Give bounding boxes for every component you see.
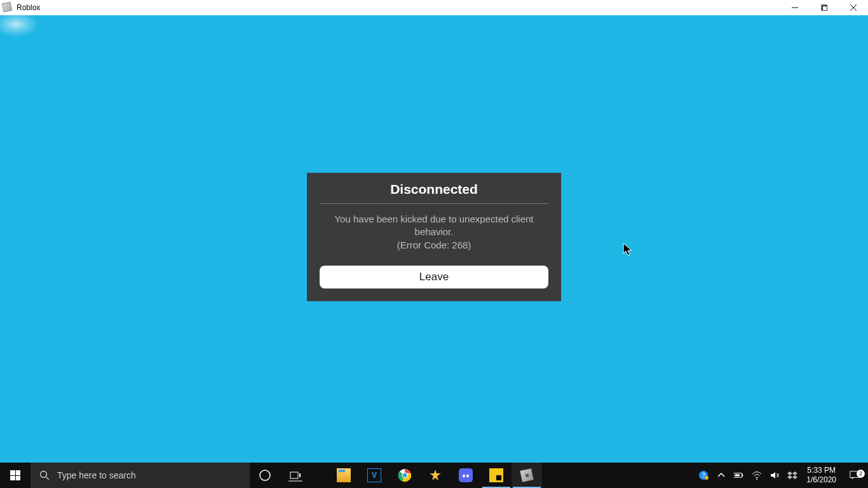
dialog-message-line2: (Error Code: 268) xyxy=(397,240,471,250)
svg-marker-29 xyxy=(787,471,792,475)
svg-point-18 xyxy=(466,475,469,478)
clock-time: 5:33 PM xyxy=(806,466,836,475)
svg-marker-31 xyxy=(787,475,792,479)
volume-tray-icon[interactable] xyxy=(766,470,783,480)
clock-date: 1/6/2020 xyxy=(806,475,836,485)
chrome-icon xyxy=(398,468,412,482)
search-icon xyxy=(39,470,50,480)
svg-marker-34 xyxy=(852,478,855,480)
svg-rect-11 xyxy=(299,473,301,477)
wifi-tray-icon[interactable] xyxy=(748,470,766,480)
maximize-button[interactable] xyxy=(810,0,839,15)
windows-logo-icon xyxy=(10,470,20,480)
file-explorer-taskbar[interactable] xyxy=(329,463,359,488)
svg-point-25 xyxy=(756,478,757,480)
action-center-button[interactable]: 2 xyxy=(841,470,868,480)
close-button[interactable] xyxy=(839,0,868,15)
svg-point-9 xyxy=(260,470,270,480)
cortana-button[interactable] xyxy=(250,463,280,488)
svg-rect-23 xyxy=(742,474,743,477)
menu-glow xyxy=(0,11,38,37)
star-app-taskbar[interactable] xyxy=(420,463,451,488)
task-view-button[interactable] xyxy=(280,463,311,488)
taskbar-clock[interactable]: 5:33 PM 1/6/2020 xyxy=(801,466,841,485)
svg-rect-24 xyxy=(735,474,740,477)
mouse-cursor-icon xyxy=(623,243,634,257)
svg-rect-2 xyxy=(822,6,827,11)
dialog-message-line1: You have been kicked due to unexpected c… xyxy=(334,214,533,237)
minimize-button[interactable] xyxy=(780,0,810,15)
leave-button[interactable]: Leave xyxy=(320,266,548,288)
dropbox-tray-icon[interactable] xyxy=(783,470,801,480)
roblox-app-icon xyxy=(3,3,13,13)
roblox-taskbar-icon xyxy=(520,468,533,482)
chrome-taskbar[interactable] xyxy=(390,463,420,488)
dialog-title: Disconnected xyxy=(320,182,548,203)
svg-point-7 xyxy=(41,471,47,478)
tray-overflow-button[interactable] xyxy=(712,470,730,480)
discord-taskbar[interactable] xyxy=(451,463,481,488)
file-explorer-icon xyxy=(337,468,351,482)
v-app-icon: V xyxy=(367,468,381,482)
disconnected-dialog: Disconnected You have been kicked due to… xyxy=(307,173,561,301)
start-button[interactable] xyxy=(0,463,31,488)
action-center-badge: 2 xyxy=(857,470,865,478)
taskbar-search[interactable]: Type here to search xyxy=(31,463,250,488)
window-titlebar: Roblox xyxy=(0,0,868,15)
system-tray: ? 5:33 PM 1/6/2020 2 xyxy=(695,463,868,488)
cortana-icon xyxy=(258,468,272,482)
game-viewport: Disconnected You have been kicked due to… xyxy=(0,15,868,463)
svg-line-8 xyxy=(46,477,50,480)
task-view-icon xyxy=(288,468,302,482)
battery-tray-icon[interactable] xyxy=(730,470,748,480)
window-title: Roblox xyxy=(17,3,40,12)
svg-marker-16 xyxy=(430,470,441,480)
roblox-taskbar[interactable] xyxy=(512,463,542,488)
notes-app-icon xyxy=(489,468,503,482)
v-app-taskbar[interactable]: V xyxy=(359,463,390,488)
svg-point-21 xyxy=(705,476,709,480)
svg-marker-6 xyxy=(623,243,632,255)
svg-rect-10 xyxy=(290,472,298,478)
svg-marker-30 xyxy=(792,471,797,475)
star-icon xyxy=(428,468,442,482)
windows-taskbar: Type here to search V ? xyxy=(0,463,868,488)
discord-icon xyxy=(459,468,473,482)
dialog-message: You have been kicked due to unexpected c… xyxy=(320,204,548,254)
search-placeholder: Type here to search xyxy=(57,470,136,480)
notes-app-taskbar[interactable] xyxy=(481,463,512,488)
svg-point-17 xyxy=(463,475,465,478)
leave-button-label: Leave xyxy=(419,271,449,283)
svg-point-15 xyxy=(403,473,407,477)
svg-marker-26 xyxy=(771,472,775,478)
help-tray-icon[interactable]: ? xyxy=(695,470,712,480)
svg-marker-32 xyxy=(792,475,797,479)
